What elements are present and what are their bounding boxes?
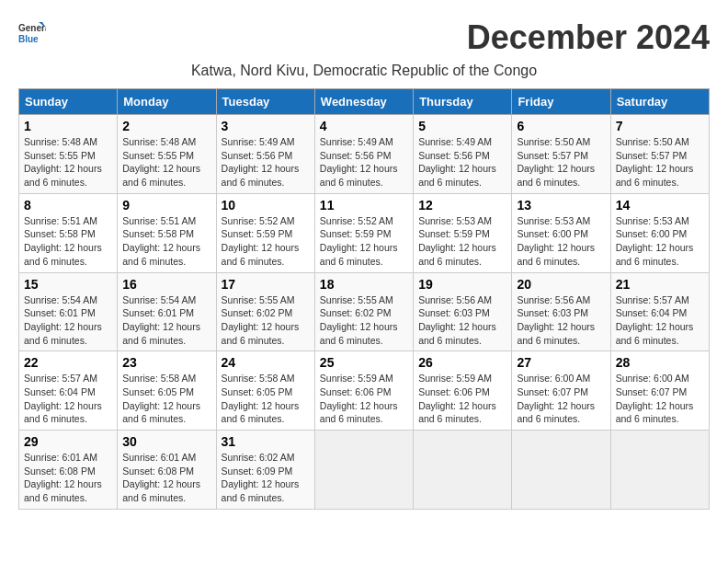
day-number: 24 [222, 355, 310, 370]
calendar-cell: 16 Sunrise: 5:54 AMSunset: 6:01 PMDaylig… [118, 272, 216, 351]
day-detail: Sunrise: 6:01 AMSunset: 6:08 PMDaylight:… [122, 451, 210, 505]
calendar-cell: 19 Sunrise: 5:56 AMSunset: 6:03 PMDaylig… [414, 272, 512, 351]
day-number: 10 [222, 198, 310, 213]
day-detail: Sunrise: 5:48 AMSunset: 5:55 PMDaylight:… [24, 135, 112, 190]
day-number: 20 [517, 277, 605, 292]
day-number: 3 [222, 119, 310, 133]
calendar-cell: 12 Sunrise: 5:53 AMSunset: 5:59 PMDaylig… [414, 193, 512, 272]
calendar-cell: 15 Sunrise: 5:54 AMSunset: 6:01 PMDaylig… [19, 272, 118, 351]
day-number: 5 [418, 119, 506, 133]
calendar-cell: 13 Sunrise: 5:53 AMSunset: 6:00 PMDaylig… [512, 193, 610, 272]
calendar-cell: 29 Sunrise: 6:01 AMSunset: 6:08 PMDaylig… [19, 431, 118, 510]
day-number: 25 [320, 355, 408, 370]
day-detail: Sunrise: 5:49 AMSunset: 5:56 PMDaylight:… [222, 135, 310, 190]
day-detail: Sunrise: 5:58 AMSunset: 6:05 PMDaylight:… [222, 372, 310, 426]
calendar-cell [610, 431, 709, 510]
day-detail: Sunrise: 5:52 AMSunset: 5:59 PMDaylight:… [320, 214, 408, 269]
calendar-cell: 31 Sunrise: 6:02 AMSunset: 6:09 PMDaylig… [216, 431, 314, 510]
day-number: 1 [24, 119, 112, 133]
calendar-cell: 8 Sunrise: 5:51 AMSunset: 5:58 PMDayligh… [19, 193, 118, 272]
calendar-cell: 1 Sunrise: 5:48 AMSunset: 5:55 PMDayligh… [19, 115, 118, 194]
calendar-cell: 22 Sunrise: 5:57 AMSunset: 6:04 PMDaylig… [19, 351, 118, 431]
day-of-week-header: Friday [512, 89, 610, 115]
calendar-cell: 21 Sunrise: 5:57 AMSunset: 6:04 PMDaylig… [610, 272, 709, 351]
calendar-cell: 9 Sunrise: 5:51 AMSunset: 5:58 PMDayligh… [118, 193, 216, 272]
day-number: 22 [24, 355, 112, 370]
day-detail: Sunrise: 5:53 AMSunset: 6:00 PMDaylight:… [616, 214, 704, 269]
day-number: 16 [122, 277, 210, 292]
calendar-cell: 5 Sunrise: 5:49 AMSunset: 5:56 PMDayligh… [414, 115, 512, 194]
day-detail: Sunrise: 5:57 AMSunset: 6:04 PMDaylight:… [616, 293, 704, 348]
day-number: 2 [122, 119, 210, 133]
day-number: 29 [24, 434, 112, 449]
calendar-cell: 30 Sunrise: 6:01 AMSunset: 6:08 PMDaylig… [118, 431, 216, 510]
calendar-cell: 2 Sunrise: 5:48 AMSunset: 5:55 PMDayligh… [118, 115, 216, 194]
day-detail: Sunrise: 5:56 AMSunset: 6:03 PMDaylight:… [418, 293, 506, 348]
day-detail: Sunrise: 6:02 AMSunset: 6:09 PMDaylight:… [222, 451, 310, 505]
calendar-cell: 3 Sunrise: 5:49 AMSunset: 5:56 PMDayligh… [216, 115, 314, 194]
day-detail: Sunrise: 5:52 AMSunset: 5:59 PMDaylight:… [222, 214, 310, 269]
calendar-cell: 4 Sunrise: 5:49 AMSunset: 5:56 PMDayligh… [314, 115, 413, 194]
day-number: 31 [222, 434, 310, 449]
day-number: 28 [616, 355, 704, 370]
day-detail: Sunrise: 5:56 AMSunset: 6:03 PMDaylight:… [517, 293, 605, 348]
calendar-cell: 18 Sunrise: 5:55 AMSunset: 6:02 PMDaylig… [314, 272, 413, 351]
calendar-cell: 7 Sunrise: 5:50 AMSunset: 5:57 PMDayligh… [610, 115, 709, 194]
calendar-cell: 11 Sunrise: 5:52 AMSunset: 5:59 PMDaylig… [314, 193, 413, 272]
day-number: 9 [122, 198, 210, 213]
day-number: 8 [24, 198, 112, 213]
day-number: 7 [616, 119, 704, 133]
day-detail: Sunrise: 5:51 AMSunset: 5:58 PMDaylight:… [122, 214, 210, 269]
calendar-table: SundayMondayTuesdayWednesdayThursdayFrid… [18, 88, 710, 510]
calendar-cell: 27 Sunrise: 6:00 AMSunset: 6:07 PMDaylig… [512, 351, 610, 431]
day-of-week-header: Monday [118, 89, 216, 115]
day-number: 18 [320, 277, 408, 292]
day-detail: Sunrise: 6:00 AMSunset: 6:07 PMDaylight:… [616, 372, 704, 426]
day-detail: Sunrise: 5:54 AMSunset: 6:01 PMDaylight:… [122, 293, 210, 348]
calendar-cell [512, 431, 610, 510]
calendar-cell: 24 Sunrise: 5:58 AMSunset: 6:05 PMDaylig… [216, 351, 314, 431]
day-detail: Sunrise: 5:58 AMSunset: 6:05 PMDaylight:… [122, 372, 210, 426]
calendar-cell [314, 431, 413, 510]
day-detail: Sunrise: 5:50 AMSunset: 5:57 PMDaylight:… [517, 135, 605, 190]
day-detail: Sunrise: 5:59 AMSunset: 6:06 PMDaylight:… [320, 372, 408, 426]
day-detail: Sunrise: 5:59 AMSunset: 6:06 PMDaylight:… [418, 372, 506, 426]
day-number: 27 [517, 355, 605, 370]
day-number: 17 [222, 277, 310, 292]
day-number: 26 [418, 355, 506, 370]
day-detail: Sunrise: 5:49 AMSunset: 5:56 PMDaylight:… [320, 135, 408, 190]
day-number: 14 [616, 198, 704, 213]
calendar-cell: 10 Sunrise: 5:52 AMSunset: 5:59 PMDaylig… [216, 193, 314, 272]
day-detail: Sunrise: 5:53 AMSunset: 5:59 PMDaylight:… [418, 214, 506, 269]
calendar-cell: 17 Sunrise: 5:55 AMSunset: 6:02 PMDaylig… [216, 272, 314, 351]
calendar-cell: 14 Sunrise: 5:53 AMSunset: 6:00 PMDaylig… [610, 193, 709, 272]
day-number: 21 [616, 277, 704, 292]
calendar-cell: 25 Sunrise: 5:59 AMSunset: 6:06 PMDaylig… [314, 351, 413, 431]
calendar-cell: 6 Sunrise: 5:50 AMSunset: 5:57 PMDayligh… [512, 115, 610, 194]
day-number: 30 [122, 434, 210, 449]
day-number: 13 [517, 198, 605, 213]
day-number: 12 [418, 198, 506, 213]
day-of-week-header: Tuesday [216, 89, 314, 115]
month-title: December 2024 [467, 18, 710, 57]
day-detail: Sunrise: 5:51 AMSunset: 5:58 PMDaylight:… [24, 214, 112, 269]
calendar-cell: 23 Sunrise: 5:58 AMSunset: 6:05 PMDaylig… [118, 351, 216, 431]
day-detail: Sunrise: 5:57 AMSunset: 6:04 PMDaylight:… [24, 372, 112, 426]
day-number: 4 [320, 119, 408, 133]
day-detail: Sunrise: 6:00 AMSunset: 6:07 PMDaylight:… [517, 372, 605, 426]
day-of-week-header: Thursday [414, 89, 512, 115]
day-number: 6 [517, 119, 605, 133]
day-of-week-header: Saturday [610, 89, 709, 115]
calendar-cell: 20 Sunrise: 5:56 AMSunset: 6:03 PMDaylig… [512, 272, 610, 351]
day-detail: Sunrise: 5:54 AMSunset: 6:01 PMDaylight:… [24, 293, 112, 348]
location-title: Katwa, Nord Kivu, Democratic Republic of… [18, 63, 710, 79]
calendar-cell [414, 431, 512, 510]
calendar-cell: 28 Sunrise: 6:00 AMSunset: 6:07 PMDaylig… [610, 351, 709, 431]
calendar-cell: 26 Sunrise: 5:59 AMSunset: 6:06 PMDaylig… [414, 351, 512, 431]
day-detail: Sunrise: 5:50 AMSunset: 5:57 PMDaylight:… [616, 135, 704, 190]
day-detail: Sunrise: 6:01 AMSunset: 6:08 PMDaylight:… [24, 451, 112, 505]
day-of-week-header: Wednesday [314, 89, 413, 115]
day-detail: Sunrise: 5:48 AMSunset: 5:55 PMDaylight:… [122, 135, 210, 190]
svg-text:General: General [18, 23, 46, 33]
day-detail: Sunrise: 5:49 AMSunset: 5:56 PMDaylight:… [418, 135, 506, 190]
